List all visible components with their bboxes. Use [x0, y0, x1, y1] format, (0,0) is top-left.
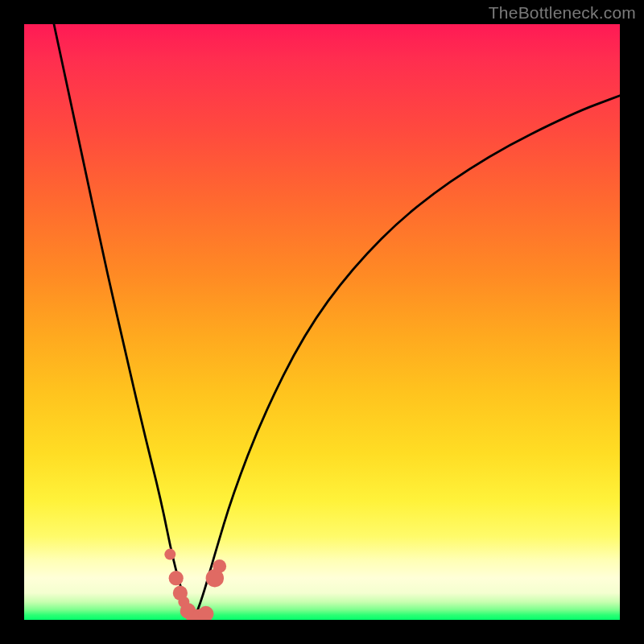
plot-area — [24, 24, 620, 620]
valley-marker — [169, 571, 184, 585]
curve-left-branch — [54, 24, 194, 620]
chart-svg — [24, 24, 620, 620]
watermark-text: TheBottleneck.com — [489, 3, 636, 23]
valley-marker — [164, 549, 175, 560]
curve-right-branch — [194, 96, 620, 620]
outer-frame: TheBottleneck.com — [0, 0, 644, 644]
valley-marker — [213, 559, 226, 573]
valley-marker — [198, 606, 214, 620]
